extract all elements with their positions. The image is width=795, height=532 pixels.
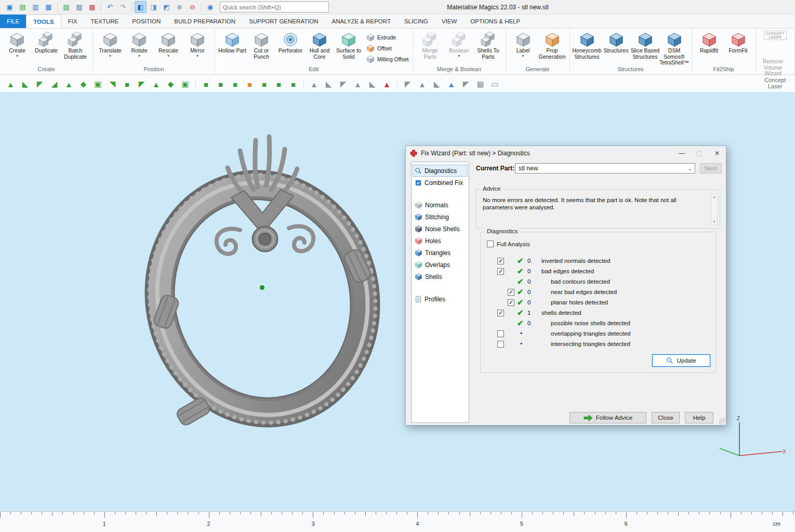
next-button[interactable]: Next bbox=[700, 163, 722, 174]
flip-triangle-icon[interactable]: ◤ bbox=[337, 78, 350, 91]
close-part-icon[interactable]: ▩ bbox=[86, 1, 98, 13]
subdivide-icon[interactable]: ◣ bbox=[430, 78, 443, 91]
zoom-in-icon[interactable]: ⊕ bbox=[174, 1, 186, 13]
close-button[interactable]: Close bbox=[652, 412, 680, 423]
undo-icon[interactable]: ↶ bbox=[104, 1, 116, 13]
boolean-button[interactable]: Boolean▾ bbox=[445, 30, 474, 58]
fill-hole-icon[interactable]: ▦ bbox=[474, 78, 487, 91]
full-analysis-checkbox[interactable] bbox=[487, 241, 494, 247]
fix-page-profiles[interactable]: Profiles bbox=[413, 293, 468, 305]
export-part-icon[interactable]: ▧ bbox=[60, 1, 72, 13]
mark-triangles-icon[interactable]: ▲ bbox=[4, 78, 17, 91]
tab-texture[interactable]: TEXTURE bbox=[84, 15, 126, 28]
batch-duplicate-button[interactable]: Batch Duplicate bbox=[61, 30, 90, 60]
scroll-down-icon[interactable]: ▼ bbox=[713, 220, 716, 223]
save-project-icon[interactable]: ▥ bbox=[30, 1, 42, 13]
translate-button[interactable]: Translate▾ bbox=[96, 30, 125, 58]
mark-brush-icon[interactable]: ▲ bbox=[62, 78, 75, 91]
swap-edge-icon[interactable]: ◣ bbox=[366, 78, 379, 91]
row-checkbox[interactable] bbox=[497, 330, 504, 337]
view-front-icon[interactable]: ◨ bbox=[148, 1, 160, 13]
honeycomb-structures-button[interactable]: Honeycomb Structures bbox=[573, 30, 602, 60]
rescale-button[interactable]: Rescale▾ bbox=[154, 30, 183, 58]
mark-free-icon[interactable]: ◥ bbox=[106, 78, 119, 91]
fix-page-noise-shells[interactable]: Noise Shells bbox=[413, 223, 468, 235]
advice-scrollbar[interactable]: ▲ ▼ bbox=[711, 194, 718, 225]
tab-build-preparation[interactable]: BUILD PREPARATION bbox=[167, 15, 242, 28]
tab-options-help[interactable]: OPTIONS & HELP bbox=[463, 15, 527, 28]
duplicate-button[interactable]: Duplicate bbox=[32, 30, 61, 54]
milling-offset-button[interactable]: Milling Offset bbox=[366, 55, 409, 64]
dialog-titlebar[interactable]: Fix Wizard (Part: stl new) > Diagnostics… bbox=[406, 146, 726, 161]
fix-page-stitching[interactable]: Stitching bbox=[413, 211, 468, 223]
offset-marked-icon[interactable]: ■ bbox=[243, 78, 256, 91]
quick-search-input[interactable] bbox=[220, 2, 329, 12]
dsm-somos-tetrashell-button[interactable]: DSM Somos® TetraShell™ bbox=[660, 30, 689, 66]
hull-and-core-button[interactable]: Hull and Core bbox=[305, 30, 334, 60]
search-settings-icon[interactable]: ◉ bbox=[204, 1, 216, 13]
save-as-icon[interactable]: ▦ bbox=[43, 1, 55, 13]
perforator-button[interactable]: Perforator bbox=[276, 30, 305, 54]
fix-page-normals[interactable]: Normals bbox=[413, 199, 468, 211]
delete-triangles-icon[interactable]: ▲ bbox=[380, 78, 393, 91]
prop-generation-button[interactable]: Prop Generation bbox=[538, 30, 567, 60]
new-part-from-marked-icon[interactable]: ■ bbox=[200, 78, 213, 91]
mark-surface-icon[interactable]: ◤ bbox=[33, 78, 46, 91]
tab-file[interactable]: FILE bbox=[0, 15, 26, 28]
cut-or-punch-button[interactable]: Cut or Punch bbox=[247, 30, 276, 60]
surface-to-solid-button[interactable]: Surface to Solid bbox=[334, 30, 363, 60]
create-button[interactable]: Create▾ bbox=[3, 30, 32, 58]
extrude-button[interactable]: Extrude bbox=[366, 33, 409, 42]
offset-button[interactable]: Offset bbox=[366, 44, 409, 53]
fix-page-diagnostics[interactable]: Diagnostics bbox=[413, 165, 468, 177]
import-part-icon[interactable]: ▣ bbox=[4, 1, 16, 13]
view-home-icon[interactable]: ◧ bbox=[135, 1, 147, 13]
fix-page-combined-fix[interactable]: Combined Fix bbox=[413, 177, 468, 189]
split-triangle-icon[interactable]: ▲ bbox=[351, 78, 364, 91]
remove-volume-wizard-button[interactable]: Remove Volume Wizard bbox=[759, 41, 788, 77]
move-marked-icon[interactable]: ■ bbox=[229, 78, 242, 91]
fix-page-holes[interactable]: Holes bbox=[413, 235, 468, 247]
copy-marked-icon[interactable]: ■ bbox=[214, 78, 227, 91]
merge-triangles-icon[interactable]: ▲ bbox=[416, 78, 429, 91]
row-checkbox[interactable]: ✓ bbox=[497, 258, 504, 264]
tab-fix[interactable]: FIX bbox=[61, 15, 84, 28]
extrude-marked-icon[interactable]: ■ bbox=[258, 78, 271, 91]
tab-tools[interactable]: TOOLS bbox=[26, 15, 61, 28]
mark-plane-icon[interactable]: ◣ bbox=[19, 78, 32, 91]
close-icon[interactable]: ✕ bbox=[708, 147, 726, 161]
fix-page-triangles[interactable]: Triangles bbox=[413, 247, 468, 259]
zoom-out-icon[interactable]: ⊖ bbox=[187, 1, 198, 13]
create-triangle-icon[interactable]: ▲ bbox=[308, 78, 321, 91]
structures-button[interactable]: Structures bbox=[602, 30, 631, 54]
label-button[interactable]: Label▾ bbox=[509, 30, 538, 58]
view-top-icon[interactable]: ◩ bbox=[161, 1, 173, 13]
hollow-part-button[interactable]: Hollow Part bbox=[218, 30, 247, 54]
mark-connected-icon[interactable]: ◢ bbox=[48, 78, 61, 91]
invert-marking-icon[interactable]: ◆ bbox=[164, 78, 177, 91]
tab-slicing[interactable]: SLICING bbox=[398, 15, 435, 28]
maximize-icon[interactable]: ▢ bbox=[691, 147, 708, 161]
rotate-edge-icon[interactable]: ◤ bbox=[401, 78, 414, 91]
mark-window-icon[interactable]: ▣ bbox=[91, 78, 104, 91]
row-checkbox[interactable]: ✓ bbox=[508, 289, 514, 296]
load-project-icon[interactable]: ▤ bbox=[17, 1, 29, 13]
rotate-button[interactable]: Rotate▾ bbox=[125, 30, 154, 58]
shells-to-parts-button[interactable]: Shells To Parts bbox=[474, 30, 503, 60]
align-triangles-icon[interactable]: ▲ bbox=[445, 78, 458, 91]
scroll-up-icon[interactable]: ▲ bbox=[713, 195, 716, 198]
fix-page-overlaps[interactable]: Overlaps bbox=[413, 259, 468, 271]
update-button[interactable]: Update bbox=[652, 354, 710, 367]
merge-parts-button[interactable]: Merge Parts bbox=[416, 30, 445, 60]
mark-sphere-icon[interactable]: ◆ bbox=[77, 78, 90, 91]
help-button[interactable]: Help bbox=[685, 412, 713, 423]
redo-icon[interactable]: ↷ bbox=[117, 1, 129, 13]
row-checkbox[interactable]: ✓ bbox=[508, 299, 514, 306]
resize-grip[interactable] bbox=[719, 418, 725, 424]
row-checkbox[interactable]: ✓ bbox=[497, 268, 504, 275]
slice-based-structures-button[interactable]: Slice Based Structures bbox=[631, 30, 660, 60]
smooth-marked-icon[interactable]: ■ bbox=[272, 78, 285, 91]
snap-triangles-icon[interactable]: ◤ bbox=[459, 78, 472, 91]
delete-marked-icon[interactable]: ■ bbox=[287, 78, 300, 91]
follow-advice-button[interactable]: Follow Advice bbox=[569, 412, 646, 423]
